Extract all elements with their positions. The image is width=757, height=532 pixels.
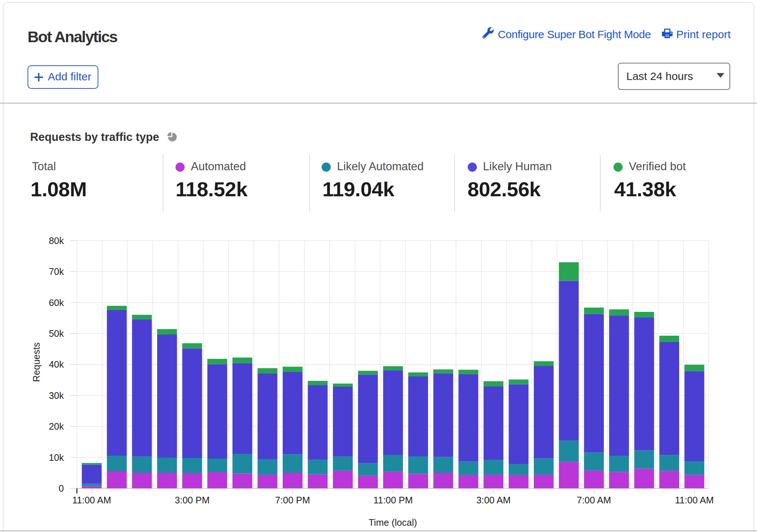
svg-text:70k: 70k bbox=[49, 266, 64, 277]
svg-text:10k: 10k bbox=[49, 452, 64, 463]
svg-text:3:00 AM: 3:00 AM bbox=[476, 495, 511, 505]
svg-text:80k: 80k bbox=[49, 236, 64, 246]
svg-text:7:00 PM: 7:00 PM bbox=[275, 495, 310, 505]
svg-text:30k: 30k bbox=[49, 390, 64, 401]
svg-text:7:00 AM: 7:00 AM bbox=[577, 495, 611, 505]
svg-text:60k: 60k bbox=[49, 298, 64, 308]
svg-text:11:00 AM: 11:00 AM bbox=[675, 495, 714, 505]
svg-text:Time (local): Time (local) bbox=[369, 517, 417, 528]
svg-text:Requests: Requests bbox=[31, 342, 41, 382]
svg-text:3:00 PM: 3:00 PM bbox=[175, 495, 210, 505]
svg-text:11:00 AM: 11:00 AM bbox=[72, 495, 111, 505]
svg-text:20k: 20k bbox=[49, 421, 64, 431]
svg-text:11:00 PM: 11:00 PM bbox=[373, 495, 413, 505]
svg-text:40k: 40k bbox=[49, 359, 64, 369]
svg-text:0: 0 bbox=[59, 483, 64, 493]
svg-text:50k: 50k bbox=[49, 328, 64, 339]
